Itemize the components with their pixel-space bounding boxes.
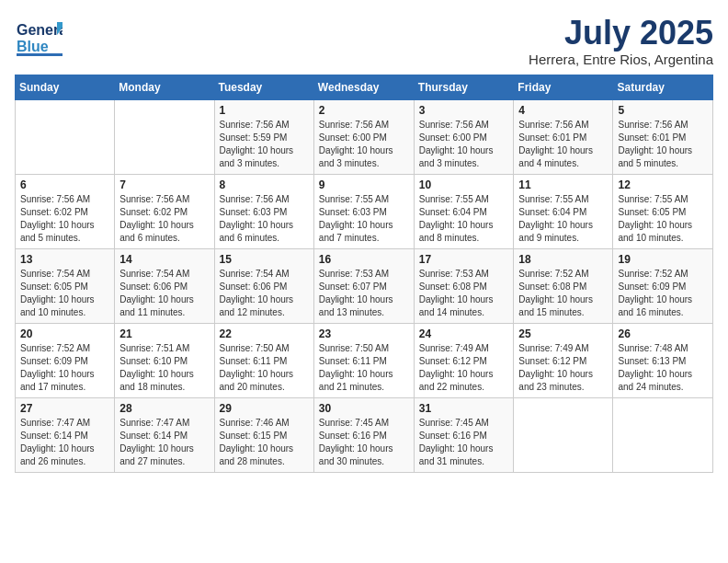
day-info: Sunrise: 7:51 AM Sunset: 6:10 PM Dayligh… (119, 342, 209, 394)
day-number: 18 (518, 253, 608, 266)
calendar-cell: 4Sunrise: 7:56 AM Sunset: 6:01 PM Daylig… (514, 99, 613, 174)
day-number: 28 (119, 402, 209, 415)
day-info: Sunrise: 7:52 AM Sunset: 6:09 PM Dayligh… (20, 342, 109, 394)
day-number: 15 (220, 253, 309, 266)
day-info: Sunrise: 7:48 AM Sunset: 6:13 PM Dayligh… (618, 342, 708, 394)
weekday-header-row: SundayMondayTuesdayWednesdayThursdayFrid… (16, 75, 713, 99)
svg-text:General: General (17, 22, 63, 38)
day-number: 22 (220, 327, 309, 340)
day-number: 1 (220, 104, 309, 117)
day-info: Sunrise: 7:50 AM Sunset: 6:11 PM Dayligh… (220, 342, 309, 394)
day-info: Sunrise: 7:45 AM Sunset: 6:16 PM Dayligh… (319, 417, 409, 468)
calendar-cell: 3Sunrise: 7:56 AM Sunset: 6:00 PM Daylig… (414, 99, 514, 174)
calendar-week-row: 20Sunrise: 7:52 AM Sunset: 6:09 PM Dayli… (16, 323, 713, 397)
calendar-cell: 18Sunrise: 7:52 AM Sunset: 6:08 PM Dayli… (514, 248, 613, 323)
logo: General Blue (15, 15, 63, 63)
calendar-cell: 14Sunrise: 7:54 AM Sunset: 6:06 PM Dayli… (115, 248, 214, 323)
calendar-cell: 24Sunrise: 7:49 AM Sunset: 6:12 PM Dayli… (414, 323, 514, 397)
calendar-cell: 5Sunrise: 7:56 AM Sunset: 6:01 PM Daylig… (613, 99, 713, 174)
calendar-cell: 11Sunrise: 7:55 AM Sunset: 6:04 PM Dayli… (514, 174, 613, 248)
day-info: Sunrise: 7:54 AM Sunset: 6:06 PM Dayligh… (220, 268, 309, 319)
day-number: 9 (319, 178, 409, 191)
calendar-cell: 19Sunrise: 7:52 AM Sunset: 6:09 PM Dayli… (613, 248, 713, 323)
day-number: 19 (618, 253, 708, 266)
day-info: Sunrise: 7:50 AM Sunset: 6:11 PM Dayligh… (319, 342, 409, 394)
calendar-week-row: 1Sunrise: 7:56 AM Sunset: 5:59 PM Daylig… (16, 99, 713, 174)
day-info: Sunrise: 7:46 AM Sunset: 6:15 PM Dayligh… (220, 417, 309, 468)
day-info: Sunrise: 7:47 AM Sunset: 6:14 PM Dayligh… (119, 417, 209, 468)
day-number: 8 (220, 178, 309, 191)
day-number: 25 (518, 327, 608, 340)
weekday-header-thursday: Thursday (414, 75, 514, 99)
day-number: 11 (518, 178, 608, 191)
weekday-header-monday: Monday (115, 75, 214, 99)
month-title: July 2025 (529, 15, 713, 52)
day-number: 21 (119, 327, 209, 340)
day-number: 26 (618, 327, 708, 340)
calendar-cell: 21Sunrise: 7:51 AM Sunset: 6:10 PM Dayli… (115, 323, 214, 397)
calendar-cell: 30Sunrise: 7:45 AM Sunset: 6:16 PM Dayli… (313, 397, 414, 472)
day-info: Sunrise: 7:47 AM Sunset: 6:14 PM Dayligh… (20, 417, 109, 468)
day-number: 14 (119, 253, 209, 266)
calendar-cell: 16Sunrise: 7:53 AM Sunset: 6:07 PM Dayli… (313, 248, 414, 323)
day-number: 20 (20, 327, 109, 340)
day-info: Sunrise: 7:52 AM Sunset: 6:09 PM Dayligh… (618, 268, 708, 319)
calendar-cell: 7Sunrise: 7:56 AM Sunset: 6:02 PM Daylig… (115, 174, 214, 248)
calendar-cell: 15Sunrise: 7:54 AM Sunset: 6:06 PM Dayli… (214, 248, 313, 323)
day-info: Sunrise: 7:56 AM Sunset: 6:02 PM Dayligh… (119, 193, 209, 245)
day-info: Sunrise: 7:54 AM Sunset: 6:06 PM Dayligh… (119, 268, 209, 319)
day-info: Sunrise: 7:56 AM Sunset: 6:00 PM Dayligh… (319, 119, 409, 170)
calendar-table: SundayMondayTuesdayWednesdayThursdayFrid… (15, 75, 713, 473)
day-number: 5 (618, 104, 708, 117)
location: Herrera, Entre Rios, Argentina (529, 52, 713, 67)
day-number: 12 (618, 178, 708, 191)
calendar-cell: 28Sunrise: 7:47 AM Sunset: 6:14 PM Dayli… (115, 397, 214, 472)
calendar-cell: 2Sunrise: 7:56 AM Sunset: 6:00 PM Daylig… (313, 99, 414, 174)
calendar-cell: 27Sunrise: 7:47 AM Sunset: 6:14 PM Dayli… (16, 397, 115, 472)
day-info: Sunrise: 7:49 AM Sunset: 6:12 PM Dayligh… (518, 342, 608, 394)
calendar-cell: 8Sunrise: 7:56 AM Sunset: 6:03 PM Daylig… (214, 174, 313, 248)
calendar-cell: 6Sunrise: 7:56 AM Sunset: 6:02 PM Daylig… (16, 174, 115, 248)
svg-text:Blue: Blue (17, 39, 49, 54)
calendar-cell: 20Sunrise: 7:52 AM Sunset: 6:09 PM Dayli… (16, 323, 115, 397)
day-info: Sunrise: 7:56 AM Sunset: 6:02 PM Dayligh… (20, 193, 109, 245)
title-area: July 2025 Herrera, Entre Rios, Argentina (529, 15, 713, 67)
calendar-cell (115, 99, 214, 174)
day-info: Sunrise: 7:53 AM Sunset: 6:08 PM Dayligh… (419, 268, 509, 319)
day-info: Sunrise: 7:54 AM Sunset: 6:05 PM Dayligh… (20, 268, 109, 319)
day-number: 29 (220, 402, 309, 415)
calendar-cell: 29Sunrise: 7:46 AM Sunset: 6:15 PM Dayli… (214, 397, 313, 472)
day-number: 2 (319, 104, 409, 117)
day-number: 30 (319, 402, 409, 415)
calendar-cell: 31Sunrise: 7:45 AM Sunset: 6:16 PM Dayli… (414, 397, 514, 472)
day-info: Sunrise: 7:56 AM Sunset: 6:03 PM Dayligh… (220, 193, 309, 245)
page-header: General Blue July 2025 Herrera, Entre Ri… (15, 15, 713, 67)
day-info: Sunrise: 7:52 AM Sunset: 6:08 PM Dayligh… (518, 268, 608, 319)
day-number: 16 (319, 253, 409, 266)
calendar-cell: 13Sunrise: 7:54 AM Sunset: 6:05 PM Dayli… (16, 248, 115, 323)
day-number: 13 (20, 253, 109, 266)
day-info: Sunrise: 7:45 AM Sunset: 6:16 PM Dayligh… (419, 417, 509, 468)
calendar-week-row: 27Sunrise: 7:47 AM Sunset: 6:14 PM Dayli… (16, 397, 713, 472)
weekday-header-saturday: Saturday (613, 75, 713, 99)
day-info: Sunrise: 7:53 AM Sunset: 6:07 PM Dayligh… (319, 268, 409, 319)
day-number: 27 (20, 402, 109, 415)
day-info: Sunrise: 7:56 AM Sunset: 6:01 PM Dayligh… (518, 119, 608, 170)
logo-icon: General Blue (15, 15, 63, 63)
calendar-cell (514, 397, 613, 472)
day-number: 31 (419, 402, 509, 415)
weekday-header-wednesday: Wednesday (313, 75, 414, 99)
calendar-cell: 17Sunrise: 7:53 AM Sunset: 6:08 PM Dayli… (414, 248, 514, 323)
day-number: 4 (518, 104, 608, 117)
calendar-cell: 10Sunrise: 7:55 AM Sunset: 6:04 PM Dayli… (414, 174, 514, 248)
day-info: Sunrise: 7:56 AM Sunset: 6:00 PM Dayligh… (419, 119, 509, 170)
day-number: 17 (419, 253, 509, 266)
calendar-week-row: 6Sunrise: 7:56 AM Sunset: 6:02 PM Daylig… (16, 174, 713, 248)
weekday-header-friday: Friday (514, 75, 613, 99)
day-info: Sunrise: 7:55 AM Sunset: 6:04 PM Dayligh… (419, 193, 509, 245)
calendar-cell (613, 397, 713, 472)
day-info: Sunrise: 7:49 AM Sunset: 6:12 PM Dayligh… (419, 342, 509, 394)
weekday-header-sunday: Sunday (16, 75, 115, 99)
day-info: Sunrise: 7:56 AM Sunset: 5:59 PM Dayligh… (220, 119, 309, 170)
calendar-cell (16, 99, 115, 174)
